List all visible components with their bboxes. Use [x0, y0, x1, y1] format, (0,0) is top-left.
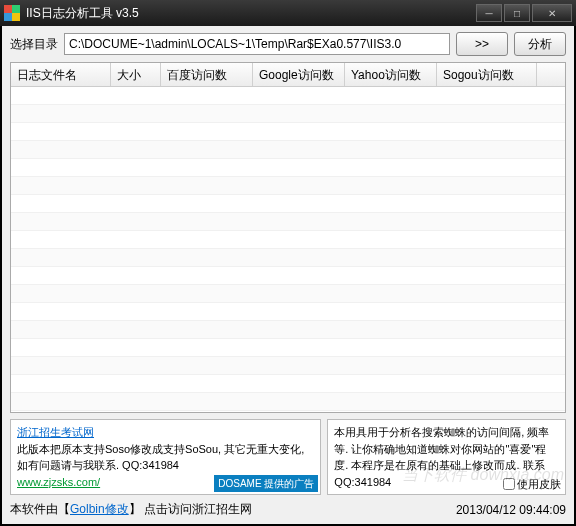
app-icon [4, 5, 20, 21]
site-link[interactable]: www.zjzsks.com/ [17, 476, 100, 488]
path-input[interactable] [64, 33, 450, 55]
dir-label: 选择目录 [10, 36, 58, 53]
table-row [11, 321, 565, 339]
author-link[interactable]: Golbin修改 [70, 502, 129, 516]
table-body[interactable] [11, 87, 565, 412]
ad-tag: DOSAME 提供的广告 [214, 475, 318, 492]
info-left-body: 此版本把原本支持Soso修改成支持SoSou, 其它无重大变化, 如有问题请与我… [17, 443, 304, 472]
footer-left: 本软件由【Golbin修改】 点击访问浙江招生网 [10, 501, 252, 518]
table-row [11, 375, 565, 393]
table-row [11, 339, 565, 357]
table-row [11, 141, 565, 159]
table-row [11, 303, 565, 321]
status-bar: 本软件由【Golbin修改】 点击访问浙江招生网 2013/04/12 09:4… [10, 499, 566, 520]
title-text: IIS日志分析工具 v3.5 [26, 5, 476, 22]
table-row [11, 411, 565, 412]
table-row [11, 231, 565, 249]
table-row [11, 267, 565, 285]
table-row [11, 105, 565, 123]
column-header[interactable]: Google访问数 [253, 63, 345, 86]
table-row [11, 87, 565, 105]
skin-checkbox[interactable] [503, 478, 515, 490]
analyze-button[interactable]: 分析 [514, 32, 566, 56]
skin-label: 使用皮肤 [517, 476, 561, 493]
table-row [11, 159, 565, 177]
titlebar[interactable]: IIS日志分析工具 v3.5 ─ □ ✕ [0, 0, 576, 26]
directory-row: 选择目录 >> 分析 [10, 32, 566, 56]
column-header[interactable]: 大小 [111, 63, 161, 86]
table-row [11, 123, 565, 141]
table-row [11, 195, 565, 213]
table-row [11, 249, 565, 267]
close-button[interactable]: ✕ [532, 4, 572, 22]
log-table: 日志文件名大小百度访问数Google访问数Yahoo访问数Sogou访问数 [10, 62, 566, 413]
browse-button[interactable]: >> [456, 32, 508, 56]
client-area: 选择目录 >> 分析 日志文件名大小百度访问数Google访问数Yahoo访问数… [0, 26, 576, 526]
table-row [11, 393, 565, 411]
info-right-box: 本用具用于分析各搜索蜘蛛的访问间隔, 频率等. 让你精确地知道蜘蛛对你网站的"喜… [327, 419, 566, 495]
column-header[interactable]: 日志文件名 [11, 63, 111, 86]
minimize-button[interactable]: ─ [476, 4, 502, 22]
column-header[interactable]: 百度访问数 [161, 63, 253, 86]
table-header: 日志文件名大小百度访问数Google访问数Yahoo访问数Sogou访问数 [11, 63, 565, 87]
column-header[interactable]: Yahoo访问数 [345, 63, 437, 86]
info-row: 浙江招生考试网 此版本把原本支持Soso修改成支持SoSou, 其它无重大变化,… [10, 419, 566, 495]
skin-toggle[interactable]: 使用皮肤 [503, 476, 561, 493]
column-header[interactable]: Sogou访问数 [437, 63, 537, 86]
maximize-button[interactable]: □ [504, 4, 530, 22]
window-controls: ─ □ ✕ [476, 4, 572, 22]
info-left-box: 浙江招生考试网 此版本把原本支持Soso修改成支持SoSou, 其它无重大变化,… [10, 419, 321, 495]
table-row [11, 213, 565, 231]
table-row [11, 177, 565, 195]
sponsor-link[interactable]: 浙江招生考试网 [17, 426, 94, 438]
footer-time: 2013/04/12 09:44:09 [456, 503, 566, 517]
app-window: IIS日志分析工具 v3.5 ─ □ ✕ 选择目录 >> 分析 日志文件名大小百… [0, 0, 576, 526]
table-row [11, 357, 565, 375]
table-row [11, 285, 565, 303]
